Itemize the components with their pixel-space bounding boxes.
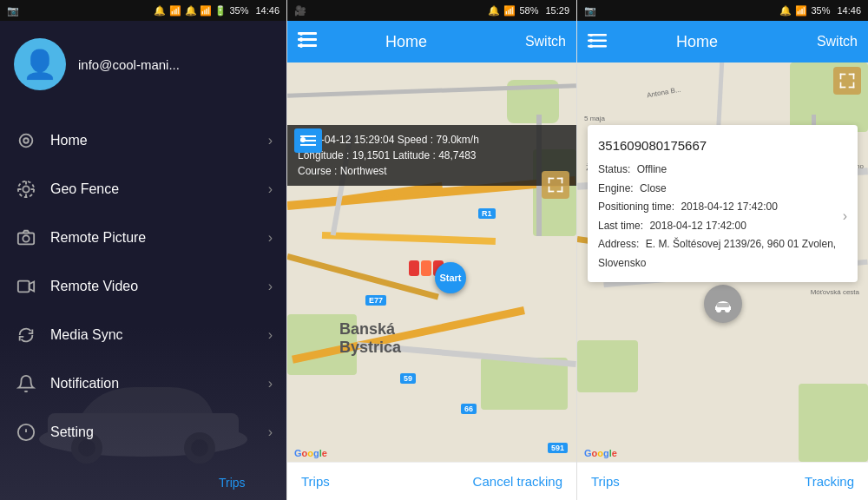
svg-rect-23 (549, 178, 550, 184)
svg-rect-25 (562, 178, 563, 184)
sidebar-item-setting[interactable]: Setting › (0, 408, 286, 457)
battery-level-1: 🔔 📶 🔋 35% (185, 5, 248, 16)
status-bar-left-1: 📷 (7, 5, 19, 16)
trips-label-1[interactable]: Trips (219, 476, 246, 490)
city-label-2: Banská Bystrica (339, 320, 401, 358)
svg-point-5 (23, 235, 29, 241)
battery-2: 58% (519, 5, 538, 16)
profile-email: info@cool-mani... (78, 57, 180, 72)
notification-icon (14, 372, 38, 396)
svg-rect-27 (549, 187, 550, 193)
map-3[interactable]: Železničná Móťovská cesta Janka Jesenské… (577, 62, 868, 462)
map-2[interactable]: R1 E77 59 66 591 Banská Bystrica Start (287, 62, 576, 462)
green-area-4 (481, 358, 568, 410)
header-title-2: Home (298, 33, 515, 51)
sidebar-item-remote-video[interactable]: Remote Video › (0, 262, 286, 311)
sidebar-item-geo-fence[interactable]: Geo Fence › (0, 165, 286, 214)
remote-picture-icon (14, 226, 38, 250)
svg-point-2 (23, 186, 29, 192)
profile-section: 👤 info@cool-mani... (0, 21, 286, 108)
status-row: Status: Offline (598, 161, 843, 180)
engine-row: Engine: Close (598, 180, 843, 199)
svg-point-36 (716, 307, 721, 312)
sidebar-item-media-sync[interactable]: Media Sync › (0, 311, 286, 359)
street-mofovska: Móťovská cesta (811, 288, 859, 296)
device-info-row[interactable]: Status: Offline Engine: Close Positionin… (598, 161, 847, 273)
last-time-row: Last time: 2018-04-12 17:42:00 (598, 217, 843, 236)
battery-3: 35% (811, 5, 830, 16)
trips-panel: 🎥 🔔 📶 58% 15:29 Home Switch (286, 0, 577, 500)
remote-video-chevron: › (268, 279, 273, 294)
cancel-tracking-tab[interactable]: Cancel tracking (473, 474, 562, 489)
svg-rect-42 (853, 74, 855, 80)
video-icon: 🎥 (294, 5, 306, 16)
remote-video-label: Remote Video (50, 279, 268, 294)
device-info-card: 351609080175667 Status: Offline Engine: … (588, 125, 858, 282)
road-label-e77: E77 (365, 295, 386, 306)
avatar[interactable]: 👤 (14, 38, 66, 90)
trips-tab-2[interactable]: Trips (301, 474, 330, 489)
google-badge-2: Google (294, 448, 327, 458)
street-5-maja: 5 maja (584, 115, 605, 122)
camera-icon-3: 📷 (584, 5, 596, 16)
time-1: 14:46 (255, 5, 279, 16)
tracking-tab[interactable]: Tracking (805, 474, 854, 489)
svg-rect-38 (717, 303, 729, 307)
status-left-2: 🎥 (294, 5, 306, 16)
svg-rect-40 (840, 74, 842, 80)
navigation-panel: 📷 🔔 📶 🔔 📶 🔋 35% 14:46 👤 info@cool-mani..… (0, 0, 286, 500)
footer-tabbar-3: Trips Tracking (577, 462, 868, 500)
screenshot-button-2[interactable] (542, 171, 569, 199)
setting-label: Setting (50, 424, 268, 440)
info-bar-2: 2018-04-12 15:29:04 Speed : 79.0km/h Lon… (287, 125, 576, 186)
sidebar-item-notification[interactable]: Notification › (0, 359, 286, 408)
remote-picture-label: Remote Picture (50, 230, 268, 246)
status-bar-3: 📷 🔔 📶 35% 14:46 (577, 0, 868, 21)
home-label: Home (50, 133, 268, 148)
svg-rect-46 (853, 82, 855, 89)
screenshot-button-3[interactable] (833, 67, 861, 95)
tracking-panel: 📷 🔔 📶 35% 14:46 Home Switch (577, 0, 868, 500)
status-right-3: 🔔 📶 35% 14:46 (779, 5, 861, 16)
city-line-2: Bystrica (339, 339, 401, 358)
home-chevron: › (268, 133, 273, 148)
status-bar-1: 📷 🔔 📶 🔔 📶 🔋 35% 14:46 (0, 0, 286, 21)
switch-button-2[interactable]: Switch (525, 34, 566, 49)
status-value: Offline (637, 163, 667, 175)
setting-chevron: › (268, 424, 273, 440)
wifi-icon: 📶 (169, 5, 181, 16)
sidebar-item-remote-picture[interactable]: Remote Picture › (0, 214, 286, 262)
setting-icon (14, 420, 38, 444)
status-bar-right-1: 🔔 📶 🔔 📶 🔋 35% 14:46 (154, 5, 279, 16)
engine-label: Engine: (598, 182, 634, 194)
svg-rect-44 (840, 82, 842, 89)
media-sync-icon (14, 323, 38, 347)
status-left-3: 📷 (584, 5, 596, 16)
info-chevron[interactable]: › (843, 204, 847, 229)
alarm-icon-2: 🔔 (488, 5, 500, 16)
wifi-icon-3: 📶 (795, 5, 807, 16)
address-row: Address: E. M. Šoltésovej 2139/26, 960 0… (598, 235, 843, 273)
svg-rect-6 (18, 281, 30, 293)
positioning-row: Positioning time: 2018-04-12 17:42:00 (598, 198, 843, 217)
status-bar-2: 🎥 🔔 📶 58% 15:29 (287, 0, 576, 21)
remote-video-icon (14, 274, 38, 299)
last-time-value: 2018-04-12 17:42:00 (649, 220, 746, 232)
media-sync-chevron: › (268, 327, 273, 343)
footer-tabbar-2: Trips Cancel tracking (287, 462, 576, 500)
camera-icon: 📷 (7, 5, 19, 16)
avatar-icon: 👤 (23, 48, 57, 81)
trips-tab-3[interactable]: Trips (591, 474, 620, 489)
app-header-2: Home Switch (287, 21, 576, 62)
svg-point-1 (23, 138, 29, 143)
switch-button-3[interactable]: Switch (817, 34, 858, 49)
device-id: 351609080175667 (598, 134, 847, 157)
marker-label: Start (439, 273, 461, 283)
app-header-3: Home Switch (577, 21, 868, 62)
positioning-label: Positioning time: (598, 201, 674, 213)
hamburger-active[interactable] (294, 128, 322, 153)
sidebar-item-home[interactable]: Home › (0, 116, 286, 165)
remote-picture-chevron: › (268, 230, 273, 246)
road-label-59: 59 (400, 373, 416, 384)
geo-fence-chevron: › (268, 181, 273, 197)
